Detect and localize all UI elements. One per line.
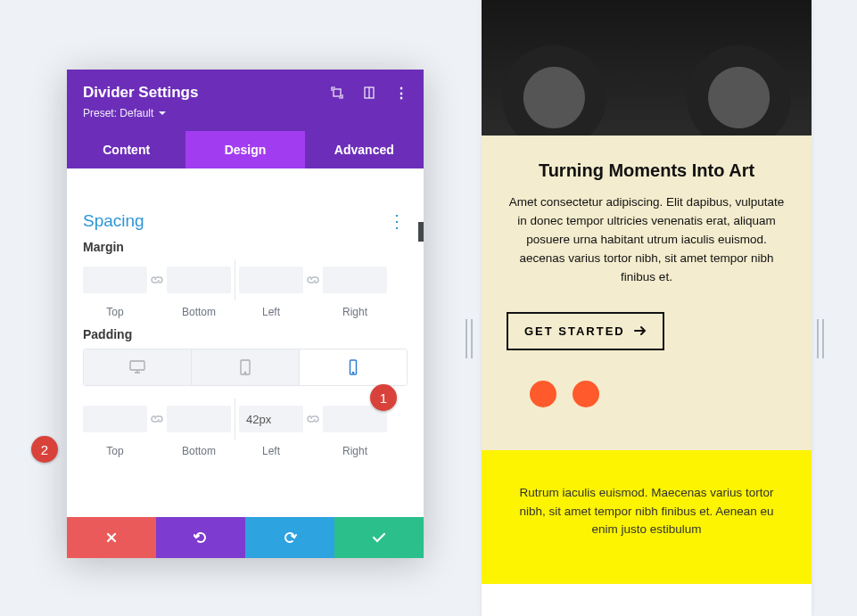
dot (573, 381, 599, 407)
column-icon[interactable] (363, 86, 375, 99)
divider (235, 259, 235, 300)
device-tablet[interactable] (192, 349, 300, 385)
label-right: Right (323, 445, 387, 457)
expand-icon[interactable] (331, 86, 343, 99)
label-bottom: Bottom (167, 306, 231, 318)
padding-top-input[interactable] (83, 406, 147, 432)
dot (530, 381, 556, 407)
scrollbar-thumb[interactable] (418, 222, 424, 242)
link-icon[interactable] (147, 406, 167, 432)
svg-rect-3 (130, 361, 144, 370)
preview-main: Turning Moments Into Art Amet consectetu… (482, 136, 812, 450)
margin-label: Margin (83, 240, 408, 254)
device-selector (83, 349, 408, 386)
tabs: Content Design Advanced (67, 131, 424, 168)
resize-handle-right[interactable] (817, 319, 829, 358)
preview-image (482, 0, 812, 136)
panel-header: Divider Settings ⋮ Preset: Default (67, 70, 424, 131)
tab-design[interactable]: Design (185, 131, 304, 168)
divider (235, 398, 235, 439)
cta-label: GET STARTED (524, 324, 625, 338)
padding-label: Padding (83, 327, 408, 341)
footer-actions (67, 517, 424, 558)
margin-inputs (83, 259, 408, 300)
margin-top-input[interactable] (83, 267, 147, 293)
resize-handle-left[interactable] (466, 319, 478, 358)
link-icon[interactable] (147, 267, 167, 293)
dots (507, 381, 787, 407)
preview-body: Amet consectetur adipiscing. Elit dapibu… (507, 193, 787, 287)
device-desktop[interactable] (84, 349, 192, 385)
undo-button[interactable] (156, 517, 245, 558)
preview-pane: Turning Moments Into Art Amet consectetu… (482, 0, 812, 616)
save-button[interactable] (334, 517, 424, 558)
padding-left-input[interactable] (239, 406, 303, 432)
svg-rect-0 (334, 89, 341, 96)
margin-left-input[interactable] (239, 267, 303, 293)
cancel-button[interactable] (67, 517, 156, 558)
label-top: Top (83, 445, 147, 457)
padding-bottom-input[interactable] (167, 406, 231, 432)
panel-body: Spacing ⋮ Margin Top (67, 168, 424, 517)
link-icon[interactable] (303, 267, 323, 293)
settings-panel: Divider Settings ⋮ Preset: Default Conte… (67, 70, 424, 558)
redo-button[interactable] (245, 517, 334, 558)
annotation-badge-2: 2 (31, 436, 58, 463)
section-spacing-menu-icon[interactable]: ⋮ (386, 212, 408, 230)
padding-inputs (83, 398, 408, 439)
annotation-badge-1: 1 (370, 384, 397, 411)
device-phone[interactable] (300, 349, 407, 385)
more-icon[interactable]: ⋮ (395, 86, 408, 99)
section-spacing-title: Spacing (83, 211, 144, 231)
svg-point-5 (244, 372, 245, 373)
label-left: Left (239, 445, 303, 457)
label-right: Right (323, 306, 387, 318)
label-top: Top (83, 306, 147, 318)
preview-footer: Rutrum iaculis euismod. Maecenas varius … (482, 450, 812, 585)
panel-title: Divider Settings (83, 84, 198, 102)
link-icon[interactable] (303, 406, 323, 432)
label-bottom: Bottom (167, 445, 231, 457)
label-left: Left (239, 306, 303, 318)
tab-advanced[interactable]: Advanced (305, 131, 424, 168)
tab-content[interactable]: Content (67, 131, 185, 168)
preset-dropdown[interactable]: Preset: Default (83, 107, 166, 119)
cta-button[interactable]: GET STARTED (507, 312, 664, 350)
svg-point-7 (352, 372, 353, 373)
margin-right-input[interactable] (323, 267, 387, 293)
margin-bottom-input[interactable] (167, 267, 231, 293)
preview-heading: Turning Moments Into Art (507, 160, 787, 181)
preset-label: Preset: Default (83, 107, 153, 119)
